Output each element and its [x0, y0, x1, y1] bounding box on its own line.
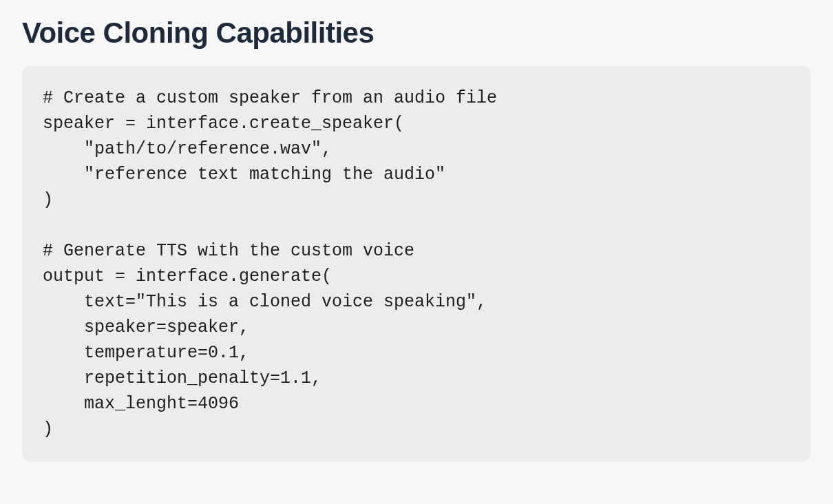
section-heading: Voice Cloning Capabilities [22, 17, 811, 50]
code-block[interactable]: # Create a custom speaker from an audio … [22, 66, 811, 461]
